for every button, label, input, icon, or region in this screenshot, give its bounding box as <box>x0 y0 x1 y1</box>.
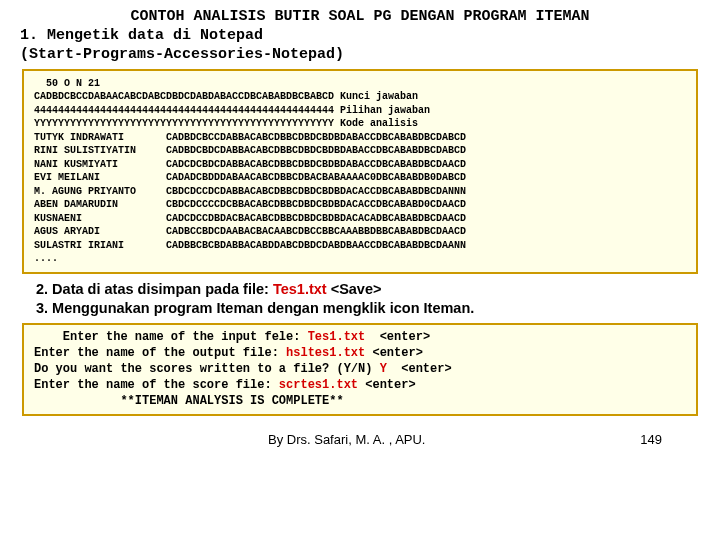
db-l12: AGUS ARYADI CADBCCBDCDAABACBACAABCDBCCBB… <box>34 226 466 237</box>
step2: 2. Data di atas disimpan pada file: Tes1… <box>36 280 694 319</box>
eb-l4a: Enter the name of the score file: <box>34 378 279 392</box>
db-l09: M. AGUNG PRIYANTO CBDCDCCDCDABBACABCDBBC… <box>34 186 466 197</box>
footer: By Drs. Safari, M. A. , APU. 149 <box>18 432 702 447</box>
footer-author: By Drs. Safari, M. A. , APU. <box>268 432 426 447</box>
enter-box: Enter the name of the input fele: Tes1.t… <box>22 323 698 416</box>
eb-l3b: Y <box>380 362 387 376</box>
db-l14: .... <box>34 253 58 264</box>
step1: 1. Mengetik data di Notepad (Start-Progr… <box>18 27 702 65</box>
eb-l4b: scrtes1.txt <box>279 378 358 392</box>
db-l04: YYYYYYYYYYYYYYYYYYYYYYYYYYYYYYYYYYYYYYYY… <box>34 118 418 129</box>
eb-l3c: <enter> <box>387 362 452 376</box>
eb-l2a: Enter the name of the output file: <box>34 346 286 360</box>
footer-page: 149 <box>640 432 662 447</box>
step2-pre: 2. Data di atas disimpan pada file: <box>36 281 273 297</box>
page-title: CONTOH ANALISIS BUTIR SOAL PG DENGAN PRO… <box>18 8 702 25</box>
eb-l5: **ITEMAN ANALYSIS IS COMPLETE** <box>34 394 344 408</box>
db-l02: CADBDCBCCDABAACABCDABCDBDCDABDABACCDBCAB… <box>34 91 418 102</box>
db-l13: SULASTRI IRIANI CADBBCBCBDABBACABDDABCDB… <box>34 240 466 251</box>
db-l06: RINI SULISTIYATIN CADBDCBDCDABBACABCDBBC… <box>34 145 466 156</box>
db-l08: EVI MEILANI CADADCBDDDABAACABCDBBCDBACBA… <box>34 172 466 183</box>
eb-l1a: Enter the name of the input fele: <box>34 330 308 344</box>
eb-l1c: <enter> <box>365 330 430 344</box>
db-l01: 50 O N 21 <box>34 78 100 89</box>
db-l03: 4444444444444444444444444444444444444444… <box>34 105 430 116</box>
eb-l4c: <enter> <box>358 378 416 392</box>
eb-l2b: hsltes1.txt <box>286 346 365 360</box>
db-l05: TUTYK INDRAWATI CADBDCBCCDABBACABCDBBCDB… <box>34 132 466 143</box>
eb-l2c: <enter> <box>365 346 423 360</box>
step1-line1: 1. Mengetik data di Notepad <box>20 27 263 44</box>
eb-l1b: Tes1.txt <box>308 330 366 344</box>
data-box: 50 O N 21 CADBDCBCCDABAACABCDABCDBDCDABD… <box>22 69 698 274</box>
step2-post: <Save> <box>327 281 382 297</box>
db-l11: KUSNAENI CADCDCCDBDACBACABCDBBCDBDCBDBDA… <box>34 213 466 224</box>
step2-file: Tes1.txt <box>273 281 327 297</box>
step3: 3. Menggunakan program Iteman dengan men… <box>36 300 474 316</box>
db-l07: NANI KUSMIYATI CADCDCBDCDABBACABCDBBCDBD… <box>34 159 466 170</box>
step1-line2: (Start-Programs-Accessories-Notepad) <box>20 46 344 63</box>
eb-l3a: Do you want the scores written to a file… <box>34 362 380 376</box>
db-l10: ABEN DAMARUDIN CBDCDCCCCDCBBACABCDBBCDBD… <box>34 199 466 210</box>
